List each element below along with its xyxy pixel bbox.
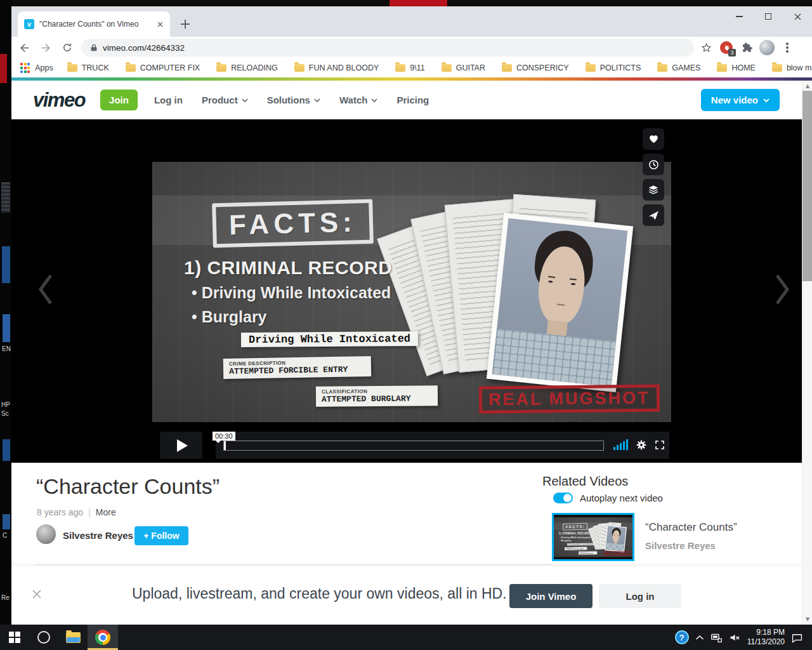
banner-close-button[interactable] [32,589,43,600]
reload-icon [62,43,72,53]
back-button[interactable] [15,39,33,56]
slide-bullets: Driving While Intoxicated Burglary [560,536,590,543]
chevron-down-icon [242,98,248,102]
new-tab-button[interactable] [178,17,193,32]
folder-icon [772,64,782,72]
chrome-taskbar-button[interactable] [88,625,118,650]
network-icon[interactable] [710,632,723,644]
related-thumbnail[interactable]: FACTS: 1) CRIMINAL RECORD Driving While … [552,513,634,561]
bookmark-star-button[interactable] [698,39,714,56]
page-scrollbar[interactable]: ▲ ▼ [802,81,812,625]
puzzle-icon [741,42,752,53]
progress-bar[interactable]: 00:30 [223,441,604,451]
cortana-button[interactable] [29,625,58,650]
mugshot-photo [605,525,627,552]
maximize-button[interactable] [754,6,783,27]
nav-login[interactable]: Log in [154,95,183,105]
menu-button[interactable] [779,39,796,56]
player-control-bar: 00:30 [216,432,669,459]
autoplay-toggle[interactable] [553,493,573,503]
profile-button[interactable] [759,39,775,56]
desktop-icon-label: C [3,532,7,539]
address-bar[interactable]: vimeo.com/42664332 [81,39,694,56]
nav-pricing[interactable]: Pricing [396,95,429,105]
bookmark-guitar[interactable]: GUITAR [442,63,485,72]
nav-solutions[interactable]: Solutions [267,95,320,105]
bookmark-home[interactable]: HOME [717,63,756,72]
taskbar-clock[interactable]: 9:18 PM 11/13/2020 [747,628,785,647]
desktop-icon-fragment [2,246,10,283]
clock-date: 11/13/2020 [747,637,785,647]
related-video-title[interactable]: “Character Counts” [645,521,737,534]
bookmark-9-11[interactable]: 9\11 [395,63,424,72]
bookmark-fun-and-bloody[interactable]: FUN AND BLOODY [294,63,379,72]
close-button[interactable] [783,6,812,27]
apps-shortcut[interactable]: Apps [20,63,53,72]
bookmark-games[interactable]: GAMES [657,63,700,72]
tab-close-icon[interactable] [155,19,165,29]
screen: EN HP Sc C Re v "Character Counts" on Vi… [0,0,812,650]
related-video-author[interactable]: Silvestre Reyes [645,540,716,551]
extension-badge: 3 [728,49,736,56]
prev-video-button[interactable] [35,272,56,307]
slide-bullets: Driving While Intoxicated Burglary [192,284,391,332]
maximize-icon [765,13,771,20]
bookmark-truck[interactable]: TRUCK [67,63,109,72]
add-to-collections-button[interactable] [643,179,664,201]
banner-join-button[interactable]: Join Vimeo [509,584,593,608]
crime-description-box: CRIME DESCRIPTION ATTEMPTED FORCIBLE ENT… [223,356,372,379]
show-hidden-icons-chevron[interactable] [695,635,704,640]
bookmark-label: 9\11 [410,63,424,72]
banner-login-button[interactable]: Log in [599,584,681,608]
more-link[interactable]: More [96,507,116,517]
scrollbar-thumb[interactable] [802,91,812,281]
author-avatar[interactable] [36,524,56,544]
video-slide: FACTS: 1) CRIMINAL RECORD Driving While … [554,517,632,557]
adblock-extension-button[interactable]: 3 [718,39,735,56]
next-video-button[interactable] [771,272,793,307]
action-center-icon[interactable] [791,632,803,644]
forward-button[interactable] [37,39,55,56]
settings-button[interactable] [636,439,647,453]
bookmark-politicts[interactable]: POLITICTS [586,63,641,72]
folder-icon [395,64,405,72]
bookmark-computer-fix[interactable]: COMPUTER FIX [126,63,200,72]
browser-titlebar: v "Character Counts" on Vimeo [11,6,812,37]
scroll-up-arrow[interactable]: ▲ [802,83,812,89]
bookmark-conspericy[interactable]: CONSPERICY [502,63,569,72]
bookmarks-bar: Apps TRUCKCOMPUTER FIXRELOADINGFUN AND B… [11,58,812,77]
follow-button[interactable]: + Follow [134,526,188,545]
reload-button[interactable] [58,39,76,56]
volume-muted-icon[interactable] [729,632,741,644]
video-player[interactable]: FACTS: 1) CRIMINAL RECORD Driving While … [11,119,802,463]
file-explorer-button[interactable] [58,625,88,650]
volume-control[interactable] [613,439,628,450]
extensions-button[interactable] [738,39,755,56]
vimeo-nav: Log in Product Solutions Watch Pricing [154,95,429,105]
nav-watch[interactable]: Watch [339,95,377,105]
video-slide: FACTS: 1) CRIMINAL RECORD Driving While … [152,162,671,422]
scroll-down-arrow[interactable]: ▼ [802,616,812,622]
minimize-button[interactable] [724,6,754,27]
join-button[interactable]: Join [100,90,138,110]
chevron-right-icon [773,274,791,305]
signup-banner: Upload, livestream, and create your own … [11,566,802,625]
start-button[interactable] [0,625,29,650]
share-button[interactable] [643,204,664,226]
watch-later-button[interactable] [643,154,664,175]
new-video-button[interactable]: New video [701,89,780,111]
browser-tab[interactable]: v "Character Counts" on Vimeo [18,11,170,37]
help-tray-icon[interactable]: ? [675,630,689,644]
vimeo-logo[interactable]: vimeo [33,89,85,112]
play-button[interactable] [160,432,202,459]
desktop-top-strip [0,0,812,6]
bookmark-blow-me[interactable]: blow me [772,63,812,72]
bookmark-reloading[interactable]: RELOADING [216,63,278,72]
author-name[interactable]: Silvestre Reyes [63,530,133,541]
vimeo-header: vimeo Join Log in Product Solutions Watc… [11,81,802,119]
like-button[interactable] [643,128,664,150]
fullscreen-button[interactable] [655,440,665,453]
banner-text: Upload, livestream, and create your own … [132,585,507,602]
playhead[interactable] [224,441,226,450]
nav-product[interactable]: Product [202,95,248,105]
